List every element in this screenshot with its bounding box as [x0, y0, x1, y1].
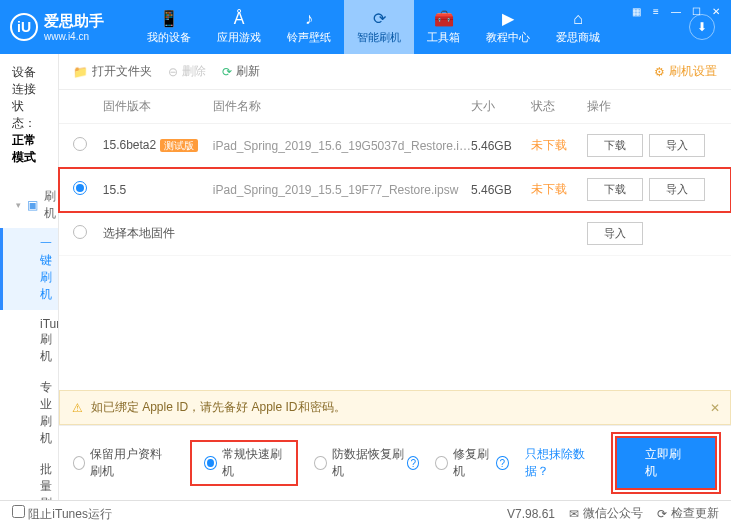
- connection-status: 设备连接状态：正常模式: [0, 54, 58, 176]
- sidebar-item-batch[interactable]: 批量刷机: [0, 454, 58, 500]
- radio[interactable]: [73, 225, 87, 239]
- chevron-down-icon: ▾: [16, 200, 21, 210]
- sidebar-item-oneclick[interactable]: 一键刷机: [0, 228, 58, 310]
- download-button[interactable]: 下载: [587, 134, 643, 157]
- brand-name: 爱思助手: [44, 12, 104, 31]
- nav-tabs: 📱我的设备 Å应用游戏 ♪铃声壁纸 ⟳智能刷机 🧰工具箱 ▶教程中心 ⌂爱思商城: [134, 0, 689, 54]
- menu-icon[interactable]: ≡: [647, 4, 665, 18]
- apps-icon: Å: [234, 10, 245, 28]
- window-controls: ▦ ≡ — ☐ ✕: [627, 4, 725, 18]
- radio[interactable]: [73, 137, 87, 151]
- open-folder-button[interactable]: 📁打开文件夹: [73, 63, 152, 80]
- maximize-icon[interactable]: ☐: [687, 4, 705, 18]
- sidebar-item-itunes[interactable]: iTunes刷机: [0, 310, 58, 372]
- import-button[interactable]: 导入: [649, 134, 705, 157]
- minimize-icon[interactable]: —: [667, 4, 685, 18]
- flash-icon: ▣: [27, 198, 38, 212]
- fw-name: iPad_Spring_2019_15.6_19G5037d_Restore.i…: [213, 139, 471, 153]
- play-icon: ▶: [502, 9, 514, 28]
- radio[interactable]: [73, 181, 87, 195]
- main: 📁打开文件夹 ⊖删除 ⟳刷新 ⚙刷机设置 固件版本 固件名称 大小 状态 操作 …: [59, 54, 731, 500]
- mode-anti-recover[interactable]: 防数据恢复刷机?: [314, 446, 419, 480]
- version-label: V7.98.61: [507, 507, 555, 521]
- table-header: 固件版本 固件名称 大小 状态 操作: [59, 90, 731, 124]
- mode-repair[interactable]: 修复刷机?: [435, 446, 508, 480]
- tab-mall[interactable]: ⌂爱思商城: [543, 0, 613, 54]
- sidebar-item-pro[interactable]: 专业刷机: [0, 372, 58, 454]
- close-icon[interactable]: ✕: [707, 4, 725, 18]
- home-icon: ⌂: [573, 10, 583, 28]
- tab-mydevice[interactable]: 📱我的设备: [134, 0, 204, 54]
- delete-button: ⊖删除: [168, 63, 206, 80]
- col-name: 固件名称: [213, 98, 471, 115]
- brand-url: www.i4.cn: [44, 31, 104, 42]
- toolbox-icon: 🧰: [434, 9, 454, 28]
- app-logo: iU: [10, 13, 38, 41]
- download-button[interactable]: 下载: [587, 178, 643, 201]
- import-button[interactable]: 导入: [587, 222, 643, 245]
- layout-icon[interactable]: ▦: [627, 4, 645, 18]
- tab-ringtones[interactable]: ♪铃声壁纸: [274, 0, 344, 54]
- footer: 阻止iTunes运行 V7.98.61 ✉微信公众号 ⟳检查更新: [0, 500, 731, 526]
- warning-icon: ⚠: [72, 401, 83, 415]
- mode-keep-data[interactable]: 保留用户资料刷机: [73, 446, 174, 480]
- wechat-icon: ✉: [569, 507, 579, 521]
- music-icon: ♪: [305, 10, 313, 28]
- tab-apps[interactable]: Å应用游戏: [204, 0, 274, 54]
- fw-row[interactable]: 15.6beta2测试版 iPad_Spring_2019_15.6_19G50…: [59, 124, 731, 168]
- gear-icon: ⚙: [654, 65, 665, 79]
- close-warning-icon[interactable]: ✕: [710, 401, 720, 415]
- tab-toolbox[interactable]: 🧰工具箱: [414, 0, 473, 54]
- block-itunes-checkbox[interactable]: 阻止iTunes运行: [12, 505, 112, 523]
- titlebar: iU 爱思助手 www.i4.cn 📱我的设备 Å应用游戏 ♪铃声壁纸 ⟳智能刷…: [0, 0, 731, 54]
- wechat-link[interactable]: ✉微信公众号: [569, 505, 643, 522]
- help-icon[interactable]: ?: [407, 456, 419, 470]
- tab-tutorials[interactable]: ▶教程中心: [473, 0, 543, 54]
- brand: 爱思助手 www.i4.cn: [44, 12, 104, 42]
- local-fw-row[interactable]: 选择本地固件 导入: [59, 212, 731, 256]
- update-icon: ⟳: [657, 507, 667, 521]
- fw-row[interactable]: 15.5 iPad_Spring_2019_15.5_19F77_Restore…: [59, 168, 731, 212]
- sidebar-group-flash[interactable]: ▾▣刷机: [0, 182, 58, 228]
- phone-icon: 📱: [159, 9, 179, 28]
- tab-flash[interactable]: ⟳智能刷机: [344, 0, 414, 54]
- col-version: 固件版本: [103, 98, 213, 115]
- check-update-link[interactable]: ⟳检查更新: [657, 505, 719, 522]
- flash-modes: 保留用户资料刷机 常规快速刷机 防数据恢复刷机? 修复刷机? 只想抹除数据？ 立…: [59, 425, 731, 500]
- folder-icon: 📁: [73, 65, 88, 79]
- col-status: 状态: [531, 98, 587, 115]
- delete-icon: ⊖: [168, 65, 178, 79]
- import-button[interactable]: 导入: [649, 178, 705, 201]
- flash-settings-button[interactable]: ⚙刷机设置: [654, 63, 717, 80]
- mode-fast[interactable]: 常规快速刷机: [204, 446, 284, 480]
- sidebar: 设备连接状态：正常模式 ▾▣刷机 一键刷机 iTunes刷机 专业刷机 批量刷机…: [0, 54, 59, 500]
- refresh-button[interactable]: ⟳刷新: [222, 63, 260, 80]
- toolbar: 📁打开文件夹 ⊖删除 ⟳刷新 ⚙刷机设置: [59, 54, 731, 90]
- erase-only-link[interactable]: 只想抹除数据？: [525, 446, 599, 480]
- refresh-icon: ⟳: [373, 9, 386, 28]
- refresh-icon: ⟳: [222, 65, 232, 79]
- col-ops: 操作: [587, 98, 717, 115]
- beta-badge: 测试版: [160, 139, 198, 152]
- fw-name: iPad_Spring_2019_15.5_19F77_Restore.ipsw: [213, 183, 471, 197]
- appleid-warning: ⚠ 如已绑定 Apple ID，请先备好 Apple ID和密码。 ✕: [59, 390, 731, 425]
- col-size: 大小: [471, 98, 531, 115]
- flash-now-button[interactable]: 立即刷机: [615, 436, 717, 490]
- help-icon[interactable]: ?: [496, 456, 508, 470]
